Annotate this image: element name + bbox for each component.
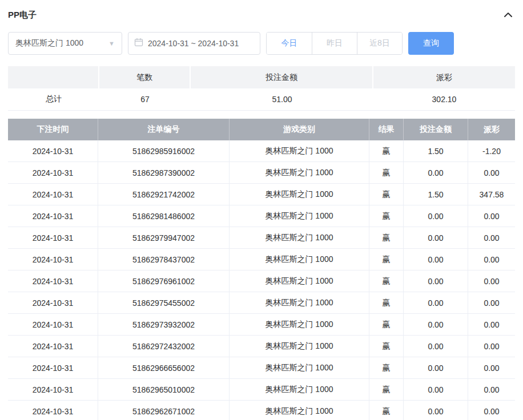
cell-payout: 0.00 xyxy=(468,379,515,400)
collapse-button[interactable] xyxy=(501,10,515,19)
game-select[interactable]: 奥林匹斯之门 1000 ▼ xyxy=(8,32,122,55)
summary-header-blank xyxy=(8,66,99,88)
cell-game-type: 奥林匹斯之门 1000 xyxy=(230,401,369,420)
cell-order-id: 51862979947002 xyxy=(98,227,230,248)
table-row: 2024-10-31 51862972432002 奥林匹斯之门 1000 赢 … xyxy=(8,336,515,357)
cell-payout: 0.00 xyxy=(468,401,515,420)
summary-header-payout: 派彩 xyxy=(373,66,515,88)
summary-total-label: 总计 xyxy=(8,88,99,110)
cell-game-type: 奥林匹斯之门 1000 xyxy=(230,184,369,205)
pp-electronic-panel: PP电子 奥林匹斯之门 1000 ▼ 今日 昨 xyxy=(0,0,523,420)
table-row: 2024-10-31 51862962671002 奥林匹斯之门 1000 赢 … xyxy=(8,401,515,420)
cell-bet-amount: 0.00 xyxy=(404,270,468,292)
summary-header-row: 笔数 投注金额 派彩 xyxy=(8,66,515,88)
cell-result: 赢 xyxy=(369,336,404,357)
cell-payout: 0.00 xyxy=(468,314,515,335)
cell-bet-time: 2024-10-31 xyxy=(8,249,98,270)
cell-result: 赢 xyxy=(369,379,404,400)
cell-result: 赢 xyxy=(369,227,404,248)
calendar-icon xyxy=(134,38,143,49)
cell-payout: 0.00 xyxy=(468,292,515,313)
table-body: 2024-10-31 51862985916002 奥林匹斯之门 1000 赢 … xyxy=(8,140,515,420)
cell-bet-time: 2024-10-31 xyxy=(8,379,98,400)
cell-bet-amount: 1.50 xyxy=(404,184,468,205)
cell-bet-time: 2024-10-31 xyxy=(8,401,98,420)
cell-result: 赢 xyxy=(369,314,404,335)
summary-header-count: 笔数 xyxy=(99,66,191,88)
chevron-down-icon: ▼ xyxy=(108,40,115,47)
cell-payout: 0.00 xyxy=(468,205,515,227)
cell-bet-amount: 0.00 xyxy=(404,357,468,378)
table-row: 2024-10-31 51862979947002 奥林匹斯之门 1000 赢 … xyxy=(8,227,515,249)
cell-payout: 347.58 xyxy=(468,184,515,205)
cell-order-id: 51862987390002 xyxy=(98,162,230,183)
table-row: 2024-10-31 51862978437002 奥林匹斯之门 1000 赢 … xyxy=(8,249,515,270)
table-row: 2024-10-31 51862965010002 奥林匹斯之门 1000 赢 … xyxy=(8,379,515,401)
bet-records-table: 下注时间 注单编号 游戏类别 结果 投注金额 派彩 2024-10-31 518… xyxy=(8,119,515,420)
cell-game-type: 奥林匹斯之门 1000 xyxy=(230,292,369,313)
cell-result: 赢 xyxy=(369,184,404,205)
cell-order-id: 51862981486002 xyxy=(98,205,230,227)
cell-order-id: 51862973932002 xyxy=(98,314,230,335)
cell-bet-amount: 0.00 xyxy=(404,401,468,420)
quick-date-button-group: 今日 昨日 近8日 xyxy=(266,32,403,55)
cell-bet-amount: 0.00 xyxy=(404,205,468,227)
cell-bet-amount: 0.00 xyxy=(404,292,468,313)
cell-order-id: 51862965010002 xyxy=(98,379,230,400)
table-header-row: 下注时间 注单编号 游戏类别 结果 投注金额 派彩 xyxy=(8,119,515,140)
table-row: 2024-10-31 51862985916002 奥林匹斯之门 1000 赢 … xyxy=(8,140,515,162)
cell-bet-amount: 0.00 xyxy=(404,227,468,248)
chevron-up-icon xyxy=(504,11,513,20)
cell-game-type: 奥林匹斯之门 1000 xyxy=(230,336,369,357)
cell-game-type: 奥林匹斯之门 1000 xyxy=(230,270,369,292)
cell-result: 赢 xyxy=(369,249,404,270)
cell-payout: 0.00 xyxy=(468,270,515,292)
cell-game-type: 奥林匹斯之门 1000 xyxy=(230,379,369,400)
date-range-picker[interactable] xyxy=(128,32,260,55)
summary-header-bet-amount: 投注金额 xyxy=(191,66,373,88)
summary-table: 笔数 投注金额 派彩 总计 67 51.00 302.10 xyxy=(8,66,515,111)
summary-total-row: 总计 67 51.00 302.10 xyxy=(8,88,515,111)
filter-bar: 奥林匹斯之门 1000 ▼ 今日 昨日 近8日 查询 xyxy=(8,32,515,55)
game-select-value: 奥林匹斯之门 1000 xyxy=(15,38,83,49)
cell-payout: 0.00 xyxy=(468,249,515,270)
cell-bet-amount: 0.00 xyxy=(404,162,468,183)
cell-game-type: 奥林匹斯之门 1000 xyxy=(230,314,369,335)
panel-header: PP电子 xyxy=(8,7,515,23)
header-payout: 派彩 xyxy=(468,119,515,140)
today-button[interactable]: 今日 xyxy=(267,33,312,54)
cell-bet-time: 2024-10-31 xyxy=(8,270,98,292)
summary-total-bet-amount: 51.00 xyxy=(191,88,373,110)
table-row: 2024-10-31 51862981486002 奥林匹斯之门 1000 赢 … xyxy=(8,205,515,227)
date-range-input[interactable] xyxy=(148,39,254,48)
table-row: 2024-10-31 51862976961002 奥林匹斯之门 1000 赢 … xyxy=(8,270,515,292)
search-button[interactable]: 查询 xyxy=(408,32,454,55)
table-row: 2024-10-31 51862921742002 奥林匹斯之门 1000 赢 … xyxy=(8,184,515,205)
cell-bet-time: 2024-10-31 xyxy=(8,292,98,313)
cell-bet-amount: 1.50 xyxy=(404,140,468,161)
cell-result: 赢 xyxy=(369,401,404,420)
cell-game-type: 奥林匹斯之门 1000 xyxy=(230,357,369,378)
cell-result: 赢 xyxy=(369,162,404,183)
yesterday-button[interactable]: 昨日 xyxy=(312,33,357,54)
cell-result: 赢 xyxy=(369,292,404,313)
cell-payout: 0.00 xyxy=(468,227,515,248)
page-title: PP电子 xyxy=(8,10,37,21)
cell-bet-time: 2024-10-31 xyxy=(8,314,98,335)
cell-result: 赢 xyxy=(369,140,404,161)
cell-result: 赢 xyxy=(369,357,404,378)
cell-bet-time: 2024-10-31 xyxy=(8,227,98,248)
cell-bet-time: 2024-10-31 xyxy=(8,162,98,183)
cell-payout: 0.00 xyxy=(468,357,515,378)
cell-bet-time: 2024-10-31 xyxy=(8,357,98,378)
cell-game-type: 奥林匹斯之门 1000 xyxy=(230,162,369,183)
cell-bet-amount: 0.00 xyxy=(404,314,468,335)
cell-order-id: 51862921742002 xyxy=(98,184,230,205)
last8days-button[interactable]: 近8日 xyxy=(357,33,402,54)
cell-game-type: 奥林匹斯之门 1000 xyxy=(230,205,369,227)
summary-total-count: 67 xyxy=(99,88,191,110)
cell-bet-time: 2024-10-31 xyxy=(8,205,98,227)
cell-result: 赢 xyxy=(369,270,404,292)
table-row: 2024-10-31 51862975455002 奥林匹斯之门 1000 赢 … xyxy=(8,292,515,314)
cell-order-id: 51862975455002 xyxy=(98,292,230,313)
